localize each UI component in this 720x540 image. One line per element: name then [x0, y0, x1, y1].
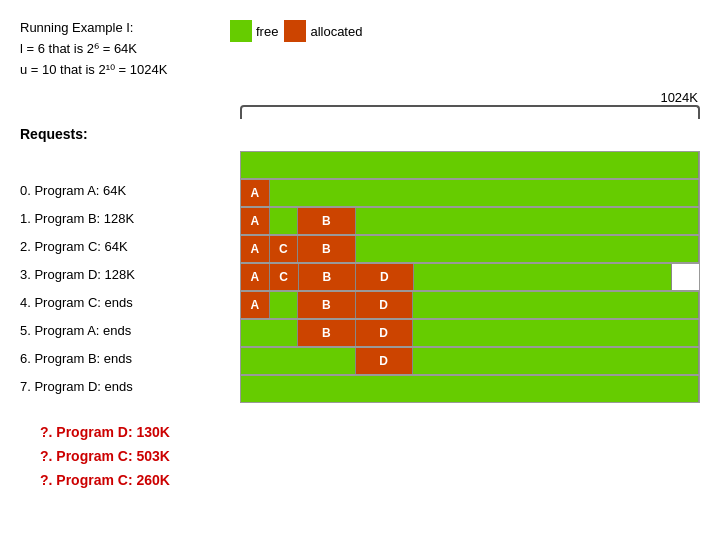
segment-3-2: B — [298, 236, 355, 262]
top-section: Running Example I: l = 6 that is 2⁶ = 64… — [20, 18, 700, 80]
segment-2-4 — [356, 208, 699, 234]
segment-2-0: A — [241, 208, 270, 234]
mem-row-0 — [240, 151, 700, 179]
mem-row-1: A — [240, 179, 700, 207]
segment-3-1: C — [270, 236, 299, 262]
labels-container: 0. Program A: 64K1. Program B: 128K2. Pr… — [20, 148, 240, 400]
question-2: ?. Program C: 260K — [40, 469, 700, 493]
segment-7-6 — [413, 348, 699, 374]
row-label-2: 1. Program B: 128K — [20, 204, 240, 232]
row-label-3: 2. Program C: 64K — [20, 232, 240, 260]
segment-8-0 — [241, 376, 699, 402]
mem-row-7: D — [240, 347, 700, 375]
row-label-1: 0. Program A: 64K — [20, 176, 240, 204]
segment-4-0: A — [241, 264, 270, 290]
mem-row-4: ACBDsplit — [240, 263, 700, 291]
segment-4-2: B — [299, 264, 357, 290]
segment-3-0: A — [241, 236, 270, 262]
segment-1-0: A — [241, 180, 270, 206]
segment-2-1 — [270, 208, 299, 234]
segment-7-0 — [241, 348, 356, 374]
segment-1-1 — [270, 180, 699, 206]
row-label-5: 4. Program C: ends — [20, 288, 240, 316]
segment-4-4: D — [356, 264, 414, 290]
diagram-section: Requests: 0. Program A: 64K1. Program B:… — [20, 90, 700, 403]
segment-3-4 — [356, 236, 699, 262]
segment-6-0 — [241, 320, 298, 346]
row-label-4: 3. Program D: 128K — [20, 260, 240, 288]
alloc-label: allocated — [310, 24, 362, 39]
info-text: Running Example I: l = 6 that is 2⁶ = 64… — [20, 18, 220, 80]
free-label: free — [256, 24, 278, 39]
row0-label-spacer — [240, 123, 700, 151]
question-1: ?. Program C: 503K — [40, 445, 700, 469]
segment-7-4: D — [356, 348, 413, 374]
title-line: Running Example I: — [20, 18, 220, 39]
legend: free allocated — [230, 20, 362, 42]
mem-row-3: ACB — [240, 235, 700, 263]
segment-4-6 — [414, 264, 673, 290]
segment-5-2: B — [298, 292, 355, 318]
right-panel: 1024K AABACBACBDsplitABDBDD — [240, 90, 720, 403]
left-panel: Requests: 0. Program A: 64K1. Program B:… — [20, 90, 240, 403]
param-l: l = 6 that is 2⁶ = 64K — [20, 39, 220, 60]
questions-container: ?. Program D: 130K?. Program C: 503K?. P… — [40, 421, 700, 492]
row-label-7: 6. Program B: ends — [20, 344, 240, 372]
legend-free: free — [230, 20, 278, 42]
requests-label: Requests: — [20, 126, 240, 142]
segment-6-2: B — [298, 320, 355, 346]
free-color-box — [230, 20, 252, 42]
main-container: Running Example I: l = 6 that is 2⁶ = 64… — [0, 0, 720, 511]
question-0: ?. Program D: 130K — [40, 421, 700, 445]
segment-0-0 — [241, 152, 699, 178]
param-u: u = 10 that is 2¹⁰ = 1024K — [20, 60, 220, 81]
row-label-8: 7. Program D: ends — [20, 372, 240, 400]
segment-5-6 — [413, 292, 699, 318]
segment-4-1: C — [270, 264, 299, 290]
row-label-6: 5. Program A: ends — [20, 316, 240, 344]
mem-row-8 — [240, 375, 700, 403]
brace — [240, 105, 700, 119]
mem-row-2: AB — [240, 207, 700, 235]
questions-section: ?. Program D: 130K?. Program C: 503K?. P… — [40, 421, 700, 492]
segment-6-4: D — [356, 320, 413, 346]
size-label: 1024K — [240, 90, 700, 105]
alloc-color-box — [284, 20, 306, 42]
segment-6-6 — [413, 320, 699, 346]
segment-5-4: D — [356, 292, 413, 318]
rows-container: AABACBACBDsplitABDBDD — [240, 151, 700, 403]
segment-5-0: A — [241, 292, 270, 318]
mem-row-6: BD — [240, 319, 700, 347]
mem-row-5: ABD — [240, 291, 700, 319]
segment-2-2: B — [298, 208, 355, 234]
segment-5-1 — [270, 292, 299, 318]
legend-allocated: allocated — [284, 20, 362, 42]
row-label-0 — [20, 148, 240, 176]
